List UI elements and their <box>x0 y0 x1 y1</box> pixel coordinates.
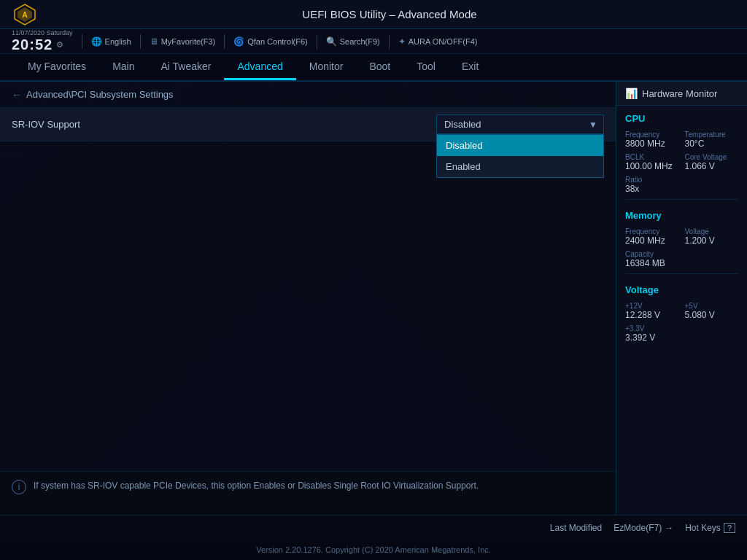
mem-voltage-col: Voltage 1.200 V <box>685 228 739 246</box>
svg-text:A: A <box>22 11 27 19</box>
hotkeys-label: Hot Keys <box>685 523 721 533</box>
info-icon: i <box>12 480 26 494</box>
cpu-freq-label: Frequency <box>625 131 679 139</box>
qfan-label: Qfan Control(F6) <box>247 37 308 46</box>
cpu-bclk-voltage-row: BCLK 100.00 MHz Core Voltage 1.066 V <box>616 151 747 174</box>
version-text: Version 2.20.1276. Copyright (C) 2020 Am… <box>256 545 491 554</box>
volt-5v-col: +5V 5.080 V <box>685 302 739 320</box>
mem-capacity-col: Capacity 16384 MB <box>625 250 738 268</box>
header-title: UEFI BIOS Utility – Advanced Mode <box>44 8 735 20</box>
voltage-section-title: Voltage <box>616 277 747 300</box>
ezmode-label: EzMode(F7) <box>614 523 662 533</box>
language-selector[interactable]: 🌐 English <box>91 36 131 47</box>
cpu-bclk-label: BCLK <box>625 153 679 161</box>
volt-12v-5v-row: +12V 12.288 V +5V 5.080 V <box>616 300 747 322</box>
divider-1 <box>82 34 82 49</box>
nav-boot[interactable]: Boot <box>356 54 403 80</box>
info-text: If system has SR-IOV capable PCIe Device… <box>34 479 479 492</box>
volt-12v-col: +12V 12.288 V <box>625 302 679 320</box>
setting-row-sr-iov: SR-IOV Support Disabled ▼ Disabled <box>0 108 616 141</box>
aura-label: AURA ON/OFF(F4) <box>409 37 478 46</box>
info-bar: i If system has SR-IOV capable PCIe Devi… <box>0 471 616 515</box>
memory-voltage-separator <box>625 273 738 274</box>
cpu-ratio-value: 38x <box>625 184 738 194</box>
cpu-bclk-col: BCLK 100.00 MHz <box>625 153 679 171</box>
volt-12v-value: 12.288 V <box>625 310 679 320</box>
memory-section-title: Memory <box>616 203 747 225</box>
cpu-section-title: CPU <box>616 106 747 128</box>
asus-logo: A <box>12 1 38 28</box>
nav-my-favorites[interactable]: My Favorites <box>15 54 99 80</box>
option-enabled[interactable]: Enabled <box>437 156 603 177</box>
header-bar: A UEFI BIOS Utility – Advanced Mode <box>0 0 747 29</box>
last-modified-btn[interactable]: Last Modified <box>550 523 602 533</box>
cpu-freq-temp-row: Frequency 3800 MHz Temperature 30°C <box>616 128 747 151</box>
nav-ai-tweaker[interactable]: Ai Tweaker <box>147 54 224 80</box>
sr-iov-control: Disabled ▼ Disabled Enabled <box>436 114 604 134</box>
setting-label-sr-iov: SR-IOV Support <box>12 119 436 130</box>
search-icon: 🔍 <box>326 36 337 47</box>
volt-33v-label: +3.3V <box>625 324 738 332</box>
back-arrow-icon[interactable]: ← <box>12 89 22 101</box>
mem-freq-value: 2400 MHz <box>625 236 679 246</box>
main-panel: ← Advanced\PCI Subsystem Settings SR-IOV… <box>0 82 616 515</box>
myfavorite-btn[interactable]: 🖥 MyFavorite(F3) <box>150 36 216 47</box>
qfan-btn[interactable]: 🌀 Qfan Control(F6) <box>233 36 308 47</box>
sysinfo-bar: 11/07/2020 Saturday 20:52 ⚙ 🌐 English 🖥 … <box>0 29 747 54</box>
settings-area: SR-IOV Support Disabled ▼ Disabled <box>0 108 616 471</box>
mem-freq-label: Frequency <box>625 228 679 236</box>
mem-capacity-row: Capacity 16384 MB <box>616 248 747 271</box>
breadcrumb-text: Advanced\PCI Subsystem Settings <box>26 89 174 100</box>
version-bar: Version 2.20.1276. Copyright (C) 2020 Am… <box>0 540 747 560</box>
volt-33v-value: 3.392 V <box>625 332 738 343</box>
hw-monitor-header: 📊 Hardware Monitor <box>616 82 747 106</box>
cpu-voltage-value: 1.066 V <box>685 161 739 171</box>
cpu-temp-label: Temperature <box>685 131 739 139</box>
cpu-voltage-label: Core Voltage <box>685 153 739 161</box>
footer-bar: Last Modified EzMode(F7) → Hot Keys ? <box>0 515 747 540</box>
nav-tool[interactable]: Tool <box>403 54 449 80</box>
nav-advanced[interactable]: Advanced <box>224 54 295 80</box>
volt-33v-row: +3.3V 3.392 V <box>616 322 747 345</box>
divider-4 <box>317 34 317 49</box>
mem-capacity-value: 16384 MB <box>625 258 738 268</box>
mem-freq-col: Frequency 2400 MHz <box>625 228 679 246</box>
divider-2 <box>140 34 141 49</box>
sr-iov-options: Disabled Enabled <box>436 134 604 178</box>
nav-main[interactable]: Main <box>99 54 147 80</box>
mem-capacity-label: Capacity <box>625 250 738 258</box>
sr-iov-dropdown[interactable]: Disabled ▼ <box>436 114 604 134</box>
ezmode-btn[interactable]: EzMode(F7) → <box>614 523 673 533</box>
breadcrumb: ← Advanced\PCI Subsystem Settings <box>0 82 616 108</box>
cpu-voltage-col: Core Voltage 1.066 V <box>685 153 739 171</box>
date-display: 11/07/2020 Saturday <box>12 30 73 37</box>
nav-monitor[interactable]: Monitor <box>296 54 357 80</box>
cpu-freq-value: 3800 MHz <box>625 139 679 149</box>
hotkeys-btn[interactable]: Hot Keys ? <box>685 523 735 533</box>
option-disabled[interactable]: Disabled <box>437 135 603 156</box>
aura-btn[interactable]: ✦ AURA ON/OFF(F4) <box>398 36 478 47</box>
divider-5 <box>389 34 390 49</box>
mem-freq-voltage-row: Frequency 2400 MHz Voltage 1.200 V <box>616 225 747 248</box>
myfavorite-label: MyFavorite(F3) <box>161 37 216 46</box>
nav-exit[interactable]: Exit <box>449 54 492 80</box>
settings-gear-icon[interactable]: ⚙ <box>56 40 63 49</box>
cpu-memory-separator <box>625 199 738 200</box>
cpu-temp-value: 30°C <box>685 139 739 149</box>
datetime: 11/07/2020 Saturday 20:52 ⚙ <box>12 30 73 53</box>
hw-monitor-icon: 📊 <box>625 88 638 99</box>
volt-5v-value: 5.080 V <box>685 310 739 320</box>
cpu-ratio-col: Ratio 38x <box>625 176 738 194</box>
volt-5v-label: +5V <box>685 302 739 310</box>
mem-voltage-label: Voltage <box>685 228 739 236</box>
dropdown-arrow-icon: ▼ <box>589 120 597 130</box>
monitor-icon: 🖥 <box>150 36 158 47</box>
cpu-bclk-value: 100.00 MHz <box>625 161 679 171</box>
fan-icon: 🌀 <box>233 36 244 47</box>
cpu-temp-col: Temperature 30°C <box>685 131 739 149</box>
search-label: Search(F9) <box>340 37 380 46</box>
search-btn[interactable]: 🔍 Search(F9) <box>326 36 380 47</box>
content-wrapper: ← Advanced\PCI Subsystem Settings SR-IOV… <box>0 82 747 515</box>
mem-voltage-value: 1.200 V <box>685 236 739 246</box>
hw-monitor-title: Hardware Monitor <box>642 88 717 99</box>
